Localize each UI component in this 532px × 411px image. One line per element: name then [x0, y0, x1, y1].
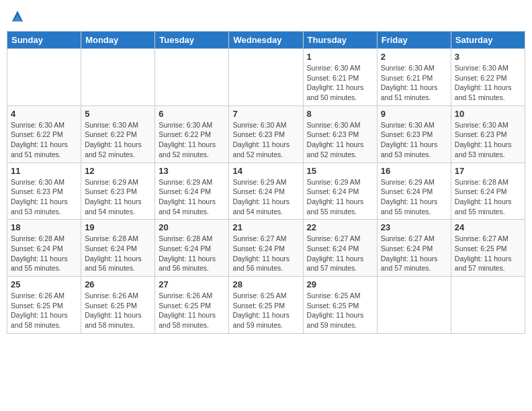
- day-detail: Sunrise: 6:28 AMSunset: 6:24 PMDaylight:…: [85, 234, 151, 273]
- day-number: 4: [11, 109, 77, 119]
- day-number: 28: [232, 279, 299, 289]
- day-number: 10: [455, 109, 521, 119]
- calendar-cell: 7Sunrise: 6:30 AMSunset: 6:23 PMDaylight…: [229, 105, 303, 163]
- weekday-header-friday: Friday: [377, 32, 451, 49]
- day-number: 8: [307, 109, 373, 119]
- calendar-cell: 9Sunrise: 6:30 AMSunset: 6:23 PMDaylight…: [377, 105, 451, 163]
- week-row-5: 25Sunrise: 6:26 AMSunset: 6:25 PMDayligh…: [7, 277, 525, 334]
- day-detail: Sunrise: 6:30 AMSunset: 6:22 PMDaylight:…: [85, 120, 151, 160]
- day-number: 13: [159, 166, 225, 176]
- weekday-header-wednesday: Wednesday: [229, 32, 303, 49]
- day-detail: Sunrise: 6:29 AMSunset: 6:24 PMDaylight:…: [307, 177, 373, 217]
- calendar-cell: 2Sunrise: 6:30 AMSunset: 6:21 PMDaylight…: [377, 49, 451, 106]
- day-number: 9: [381, 109, 447, 119]
- day-number: 3: [455, 52, 521, 62]
- calendar-cell: 22Sunrise: 6:27 AMSunset: 6:24 PMDayligh…: [303, 220, 377, 277]
- calendar-cell: [81, 49, 155, 106]
- day-number: 23: [381, 222, 447, 232]
- calendar-cell: 10Sunrise: 6:30 AMSunset: 6:23 PMDayligh…: [451, 105, 525, 163]
- calendar-cell: 23Sunrise: 6:27 AMSunset: 6:24 PMDayligh…: [377, 220, 451, 277]
- weekday-header-sunday: Sunday: [7, 32, 81, 49]
- day-number: 16: [381, 166, 447, 176]
- day-number: 5: [85, 109, 151, 119]
- calendar-cell: 26Sunrise: 6:26 AMSunset: 6:25 PMDayligh…: [81, 277, 155, 334]
- calendar-cell: 19Sunrise: 6:28 AMSunset: 6:24 PMDayligh…: [81, 220, 155, 277]
- weekday-header-tuesday: Tuesday: [155, 32, 229, 49]
- logo: [7, 7, 27, 26]
- calendar-cell: [155, 49, 229, 106]
- calendar-cell: [229, 49, 303, 106]
- calendar-cell: 3Sunrise: 6:30 AMSunset: 6:22 PMDaylight…: [451, 49, 525, 106]
- page-header: [7, 7, 525, 26]
- day-detail: Sunrise: 6:26 AMSunset: 6:25 PMDaylight:…: [85, 291, 151, 330]
- day-number: 6: [159, 109, 225, 119]
- calendar-cell: 11Sunrise: 6:30 AMSunset: 6:23 PMDayligh…: [7, 163, 81, 220]
- day-number: 26: [85, 279, 151, 289]
- day-detail: Sunrise: 6:25 AMSunset: 6:25 PMDaylight:…: [307, 291, 373, 330]
- week-row-2: 4Sunrise: 6:30 AMSunset: 6:22 PMDaylight…: [7, 105, 525, 163]
- calendar-cell: 13Sunrise: 6:29 AMSunset: 6:24 PMDayligh…: [155, 163, 229, 220]
- day-detail: Sunrise: 6:26 AMSunset: 6:25 PMDaylight:…: [159, 291, 225, 330]
- calendar-cell: [377, 277, 451, 334]
- day-number: 19: [85, 222, 151, 232]
- weekday-header-saturday: Saturday: [451, 32, 525, 49]
- calendar-cell: 17Sunrise: 6:28 AMSunset: 6:24 PMDayligh…: [451, 163, 525, 220]
- day-number: 21: [232, 222, 299, 232]
- weekday-header-row: SundayMondayTuesdayWednesdayThursdayFrid…: [7, 32, 525, 49]
- day-detail: Sunrise: 6:30 AMSunset: 6:23 PMDaylight:…: [11, 177, 77, 217]
- day-detail: Sunrise: 6:28 AMSunset: 6:24 PMDaylight:…: [11, 234, 77, 273]
- day-number: 2: [381, 52, 447, 62]
- day-number: 25: [11, 279, 77, 289]
- day-detail: Sunrise: 6:29 AMSunset: 6:23 PMDaylight:…: [85, 177, 151, 217]
- calendar-cell: [7, 49, 81, 106]
- day-detail: Sunrise: 6:30 AMSunset: 6:23 PMDaylight:…: [232, 120, 299, 160]
- day-number: 1: [307, 52, 373, 62]
- calendar-table: SundayMondayTuesdayWednesdayThursdayFrid…: [7, 31, 525, 334]
- calendar-cell: 5Sunrise: 6:30 AMSunset: 6:22 PMDaylight…: [81, 105, 155, 163]
- day-detail: Sunrise: 6:30 AMSunset: 6:22 PMDaylight:…: [159, 120, 225, 160]
- calendar-cell: 4Sunrise: 6:30 AMSunset: 6:22 PMDaylight…: [7, 105, 81, 163]
- weekday-header-monday: Monday: [81, 32, 155, 49]
- calendar-cell: 14Sunrise: 6:29 AMSunset: 6:24 PMDayligh…: [229, 163, 303, 220]
- day-detail: Sunrise: 6:28 AMSunset: 6:24 PMDaylight:…: [159, 234, 225, 273]
- day-detail: Sunrise: 6:27 AMSunset: 6:24 PMDaylight:…: [381, 234, 447, 273]
- day-number: 17: [455, 166, 521, 176]
- day-number: 7: [232, 109, 299, 119]
- day-detail: Sunrise: 6:26 AMSunset: 6:25 PMDaylight:…: [11, 291, 77, 330]
- calendar-cell: 1Sunrise: 6:30 AMSunset: 6:21 PMDaylight…: [303, 49, 377, 106]
- calendar-cell: 12Sunrise: 6:29 AMSunset: 6:23 PMDayligh…: [81, 163, 155, 220]
- day-detail: Sunrise: 6:30 AMSunset: 6:21 PMDaylight:…: [381, 63, 447, 103]
- week-row-1: 1Sunrise: 6:30 AMSunset: 6:21 PMDaylight…: [7, 49, 525, 106]
- calendar-cell: 25Sunrise: 6:26 AMSunset: 6:25 PMDayligh…: [7, 277, 81, 334]
- week-row-3: 11Sunrise: 6:30 AMSunset: 6:23 PMDayligh…: [7, 163, 525, 220]
- calendar-cell: 16Sunrise: 6:29 AMSunset: 6:24 PMDayligh…: [377, 163, 451, 220]
- calendar-cell: 15Sunrise: 6:29 AMSunset: 6:24 PMDayligh…: [303, 163, 377, 220]
- calendar-cell: 18Sunrise: 6:28 AMSunset: 6:24 PMDayligh…: [7, 220, 81, 277]
- day-number: 18: [11, 222, 77, 232]
- day-number: 12: [85, 166, 151, 176]
- day-number: 27: [159, 279, 225, 289]
- day-detail: Sunrise: 6:30 AMSunset: 6:22 PMDaylight:…: [455, 63, 521, 103]
- calendar-cell: 20Sunrise: 6:28 AMSunset: 6:24 PMDayligh…: [155, 220, 229, 277]
- day-detail: Sunrise: 6:27 AMSunset: 6:24 PMDaylight:…: [232, 234, 299, 273]
- calendar-cell: 27Sunrise: 6:26 AMSunset: 6:25 PMDayligh…: [155, 277, 229, 334]
- day-detail: Sunrise: 6:30 AMSunset: 6:21 PMDaylight:…: [307, 63, 373, 103]
- day-number: 22: [307, 222, 373, 232]
- day-detail: Sunrise: 6:30 AMSunset: 6:23 PMDaylight:…: [381, 120, 447, 160]
- day-number: 15: [307, 166, 373, 176]
- calendar-cell: [451, 277, 525, 334]
- calendar-cell: 21Sunrise: 6:27 AMSunset: 6:24 PMDayligh…: [229, 220, 303, 277]
- calendar-cell: 8Sunrise: 6:30 AMSunset: 6:23 PMDaylight…: [303, 105, 377, 163]
- day-detail: Sunrise: 6:29 AMSunset: 6:24 PMDaylight:…: [381, 177, 447, 217]
- day-number: 24: [455, 222, 521, 232]
- day-detail: Sunrise: 6:27 AMSunset: 6:24 PMDaylight:…: [307, 234, 373, 273]
- calendar-cell: 28Sunrise: 6:25 AMSunset: 6:25 PMDayligh…: [229, 277, 303, 334]
- day-detail: Sunrise: 6:27 AMSunset: 6:25 PMDaylight:…: [455, 234, 521, 273]
- day-detail: Sunrise: 6:30 AMSunset: 6:23 PMDaylight:…: [455, 120, 521, 160]
- day-detail: Sunrise: 6:30 AMSunset: 6:23 PMDaylight:…: [307, 120, 373, 160]
- week-row-4: 18Sunrise: 6:28 AMSunset: 6:24 PMDayligh…: [7, 220, 525, 277]
- day-detail: Sunrise: 6:25 AMSunset: 6:25 PMDaylight:…: [232, 291, 299, 330]
- day-number: 11: [11, 166, 77, 176]
- calendar-cell: 29Sunrise: 6:25 AMSunset: 6:25 PMDayligh…: [303, 277, 377, 334]
- day-detail: Sunrise: 6:29 AMSunset: 6:24 PMDaylight:…: [159, 177, 225, 217]
